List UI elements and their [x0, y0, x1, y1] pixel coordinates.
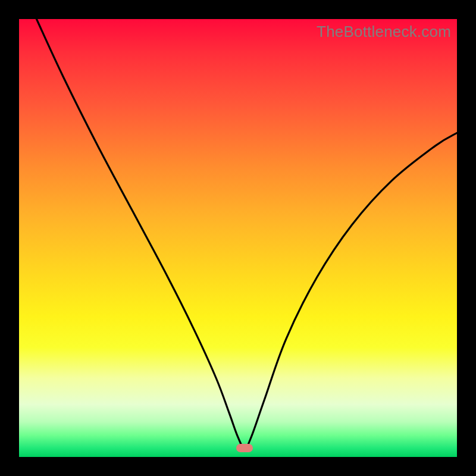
- curve-path: [36, 19, 457, 448]
- chart-frame: TheBottleneck.com: [0, 0, 476, 476]
- plot-area: TheBottleneck.com: [19, 19, 457, 457]
- bottleneck-curve: [19, 19, 457, 457]
- optimum-marker: [236, 444, 253, 452]
